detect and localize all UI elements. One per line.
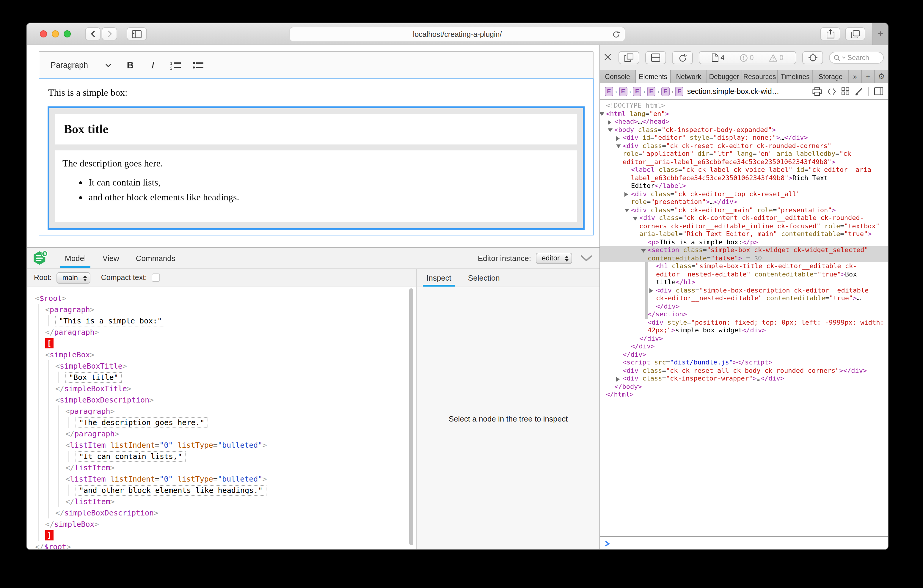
model-element-close[interactable]: </simpleBoxDescription> <box>55 507 416 519</box>
model-element-open[interactable]: <paragraph> <box>66 406 416 417</box>
print-icon[interactable] <box>812 87 822 95</box>
inspector-tab-network[interactable]: Network <box>671 70 706 83</box>
simple-box-widget[interactable]: Box title The description goes here. It … <box>48 107 585 230</box>
dom-node-selected[interactable]: <section class="simple-box ck-widget ck-… <box>600 246 888 262</box>
tree-scrollbar[interactable] <box>409 288 413 545</box>
reload-page-button[interactable] <box>672 51 693 64</box>
model-element-open[interactable]: <$root> <box>35 292 416 304</box>
dom-node-line[interactable]: </div> <box>600 350 888 358</box>
disclosure-closed-icon[interactable] <box>616 377 620 381</box>
editor-instance-select[interactable]: editor <box>536 252 572 264</box>
box-title-heading[interactable]: Box title <box>64 122 568 137</box>
model-text-node[interactable]: "This is a simple box:" <box>55 315 416 327</box>
dom-node-line[interactable]: </div> <box>600 334 888 342</box>
model-element-close[interactable]: </listItem> <box>66 462 416 473</box>
sidebar-toggle-button[interactable] <box>126 27 147 40</box>
collapse-inspector-button[interactable] <box>580 255 592 261</box>
dom-node-line[interactable]: <script src="dist/bundle.js"></script> <box>600 358 888 366</box>
dom-node-line[interactable]: <div class="ck ck-editor__main" role="pr… <box>600 206 888 214</box>
dom-node-line[interactable]: <!DOCTYPE html> <box>600 102 888 110</box>
element-picker-button[interactable] <box>802 51 823 64</box>
split-console-button[interactable] <box>645 51 666 64</box>
simple-box-title-area[interactable]: Box title <box>55 114 577 145</box>
model-element-close[interactable]: </paragraph> <box>66 428 416 439</box>
breadcrumb-selected-label[interactable]: section.simple-box.ck-wid… <box>687 87 779 95</box>
detach-inspector-button[interactable] <box>619 51 639 64</box>
element-badge[interactable]: E <box>647 87 655 96</box>
close-inspector-button[interactable] <box>604 54 613 62</box>
tab-overflow-button[interactable]: » <box>849 70 862 83</box>
paragraph-dropdown[interactable]: Paragraph <box>45 56 117 74</box>
ck-panel-tab[interactable]: Inspect <box>419 269 458 287</box>
italic-button[interactable]: I <box>144 56 162 74</box>
dom-node-line[interactable]: <div class="ck ck-reset_all ck-body ck-r… <box>600 366 888 374</box>
model-element-open[interactable]: <paragraph> <box>45 304 416 315</box>
grid-icon[interactable] <box>841 87 849 95</box>
disclosure-open-icon[interactable] <box>624 209 629 212</box>
disclosure-open-icon[interactable] <box>641 249 646 252</box>
editor-paragraph[interactable]: This is a simple box: <box>48 87 585 98</box>
model-element-open[interactable]: <listItem listIndent="0" listType="bulle… <box>66 439 416 451</box>
address-bar[interactable]: localhost/creating-a-plugin/ <box>289 27 625 42</box>
disclosure-open-icon[interactable] <box>633 217 637 220</box>
disclosure-closed-icon[interactable] <box>608 120 611 125</box>
element-badge[interactable]: E <box>675 87 684 96</box>
console-prompt[interactable] <box>600 536 888 550</box>
back-button[interactable] <box>85 27 100 40</box>
compact-text-checkbox[interactable] <box>152 273 160 282</box>
model-element-close[interactable]: </paragraph> <box>45 327 416 338</box>
model-element-open[interactable]: <simpleBoxDescription> <box>55 394 416 406</box>
bulleted-list-button[interactable] <box>189 56 207 74</box>
errors-count-badge[interactable]: 0 <box>739 54 754 62</box>
minimize-window-button[interactable] <box>52 30 59 38</box>
element-badge[interactable]: E <box>605 87 613 96</box>
list-item[interactable]: and other block elements like headings. <box>89 192 570 203</box>
ck-panel-tab[interactable]: Selection <box>461 269 507 287</box>
warnings-count-badge[interactable]: 0 <box>769 54 783 62</box>
inspector-tab-storage[interactable]: Storage <box>813 70 849 83</box>
dom-node-line[interactable]: <div id="editor" style="display: none;">… <box>600 134 888 142</box>
disclosure-closed-icon[interactable] <box>616 136 620 141</box>
reload-icon[interactable] <box>612 30 620 39</box>
dom-node-line[interactable]: <div style="position: fixed; top: 0px; l… <box>600 319 888 334</box>
model-text-node[interactable]: "and other block elements like headings.… <box>76 485 416 496</box>
dom-node-line[interactable]: <div class="ck ck-reset ck-editor ck-rou… <box>600 142 888 166</box>
element-badge[interactable]: E <box>661 87 669 96</box>
dom-node-line[interactable]: <div class="ck-inspector-wrapper">…</div… <box>600 374 888 383</box>
new-tab-button[interactable]: + <box>872 23 888 44</box>
root-select[interactable]: main <box>56 272 90 283</box>
inspector-search-field[interactable]: Search <box>829 52 884 64</box>
model-element-close[interactable]: </simpleBox> <box>45 519 416 530</box>
dom-node-line[interactable]: <html lang="en"> <box>600 110 888 118</box>
ck-inspector-tab[interactable]: Commands <box>128 248 184 268</box>
dom-node-line[interactable]: <h1 class="simple-box-title ck-editor__e… <box>600 262 888 286</box>
dom-node-line[interactable]: <body class="ck-inspector-body-expanded"… <box>600 126 888 134</box>
disclosure-open-icon[interactable] <box>600 112 604 116</box>
model-element-close[interactable]: </listItem> <box>66 496 416 507</box>
dom-node-line[interactable]: </section> <box>600 310 888 319</box>
dom-node-line[interactable]: <p>This is a simple box:</p> <box>600 238 888 246</box>
dom-node-line[interactable]: </html> <box>600 391 888 399</box>
dom-node-line[interactable]: </div> <box>600 342 888 350</box>
dom-node-line[interactable]: <label class="ck ck-label ck-voice-label… <box>600 166 888 190</box>
ck-inspector-tab[interactable]: View <box>94 248 128 268</box>
model-element-open[interactable]: <listItem listIndent="0" listType="bulle… <box>66 473 416 485</box>
box-description-paragraph[interactable]: The description goes here. <box>62 158 570 169</box>
dom-node-line[interactable]: <head>…</head> <box>600 118 888 126</box>
brush-icon[interactable] <box>855 87 863 95</box>
close-window-button[interactable] <box>40 30 47 38</box>
editor-editable-area[interactable]: This is a simple box: Box title The desc… <box>39 79 593 235</box>
disclosure-open-icon[interactable] <box>608 128 613 132</box>
zoom-window-button[interactable] <box>64 30 71 38</box>
model-element-close[interactable]: </$root> <box>35 541 416 550</box>
documents-count-badge[interactable]: 4 <box>711 54 724 62</box>
model-element-close[interactable]: </simpleBoxTitle> <box>55 383 416 394</box>
bold-button[interactable]: B <box>122 56 139 74</box>
inspector-tab-timelines[interactable]: Timelines <box>778 70 813 83</box>
dom-node-line[interactable]: <div class="ck ck-content ck-editor__edi… <box>600 214 888 238</box>
list-item[interactable]: It can contain lists, <box>89 177 570 188</box>
inspector-tab-resources[interactable]: Resources <box>742 70 778 83</box>
dom-node-line[interactable]: <div class="simple-box-description ck-ed… <box>600 286 888 310</box>
model-text-node[interactable]: "It can contain lists," <box>76 451 416 462</box>
disclosure-closed-icon[interactable] <box>649 288 653 293</box>
